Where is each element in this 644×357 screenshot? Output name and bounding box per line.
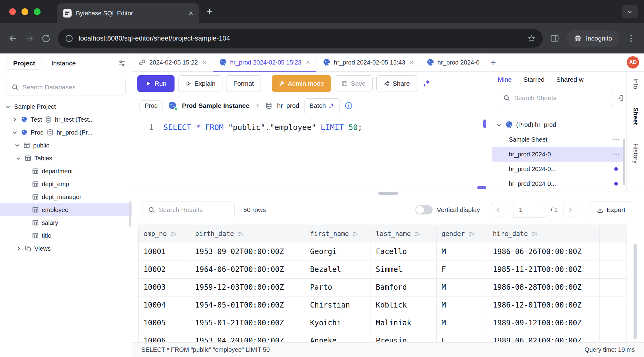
- avatar[interactable]: AD: [627, 56, 639, 69]
- table-cell[interactable]: 1953-09-02T00:00:00Z: [190, 243, 305, 261]
- export-button[interactable]: Export: [590, 202, 632, 218]
- sheet-item[interactable]: hr_prod 2024-0...: [492, 147, 624, 162]
- tree-item-salary[interactable]: salary: [0, 216, 132, 229]
- editor-tab-0[interactable]: 2024-02-05 15:22×: [132, 53, 213, 71]
- prev-page-button[interactable]: [491, 203, 505, 217]
- table-cell[interactable]: 1986-06-26T00:00:00Z: [488, 243, 600, 261]
- environment-badge[interactable]: Prod: [139, 100, 163, 111]
- sheets-scrollbar[interactable]: [623, 139, 625, 185]
- column-header-last_name[interactable]: last_name: [371, 225, 437, 243]
- close-tab-icon[interactable]: ×: [202, 58, 206, 67]
- address-bar[interactable]: localhost:8080/sql-editor/sheet/project-…: [58, 29, 543, 48]
- side-panel-icon[interactable]: [550, 33, 560, 43]
- table-cell[interactable]: 1985-11-21T00:00:00Z: [488, 261, 600, 278]
- close-tab-icon[interactable]: ×: [410, 58, 414, 67]
- database-name[interactable]: hr_prod: [277, 102, 299, 109]
- tree-item-employee[interactable]: employee: [0, 203, 132, 216]
- table-cell[interactable]: 1959-12-03T00:00:00Z: [190, 279, 305, 296]
- code-editor[interactable]: 1 SELECT * FROM "public"."employee" LIMI…: [132, 116, 489, 191]
- tree-item-views[interactable]: Views: [0, 242, 132, 255]
- tab-starred[interactable]: Starred: [524, 76, 545, 83]
- new-tab-button[interactable]: +: [206, 6, 213, 17]
- editor-tab-2[interactable]: hr_prod 2024-02-05 15:43×: [316, 53, 420, 71]
- sheet-item[interactable]: Sample Sheet: [492, 132, 624, 147]
- close-tab-icon[interactable]: ×: [189, 9, 193, 17]
- table-cell[interactable]: Facello: [371, 243, 437, 261]
- database-search-input[interactable]: [22, 84, 120, 91]
- table-cell[interactable]: Simmel: [371, 261, 437, 278]
- table-cell[interactable]: Kyoichi: [305, 314, 371, 332]
- table-cell[interactable]: 10003: [139, 279, 190, 296]
- sheet-item[interactable]: hr_prod 2024-0...: [492, 176, 624, 191]
- table-cell[interactable]: 1989-06-02T00:00:00Z: [488, 332, 600, 342]
- tab-list-button[interactable]: [622, 5, 638, 18]
- filter-icon[interactable]: [118, 59, 126, 67]
- site-info-icon[interactable]: [65, 34, 73, 42]
- tree-item-dept-manager[interactable]: dept_manager: [0, 190, 132, 203]
- table-row[interactable]: 100011953-09-02T00:00:00ZGeorgiFacelloM1…: [139, 243, 626, 261]
- tab-mine[interactable]: Mine: [498, 76, 512, 83]
- table-cell[interactable]: 1953-04-20T00:00:00Z: [190, 332, 305, 342]
- tab-instance[interactable]: Instance: [51, 60, 76, 67]
- table-cell[interactable]: M: [437, 243, 488, 261]
- column-header-first_name[interactable]: first_name: [305, 225, 371, 243]
- window-zoom-button[interactable]: [34, 8, 41, 15]
- table-row[interactable]: 100041954-05-01T00:00:00ZChirstianKoblic…: [139, 296, 626, 314]
- explain-button[interactable]: Explain: [178, 75, 223, 92]
- tree-item-department[interactable]: department: [0, 165, 132, 178]
- panel-tab-sheet[interactable]: Sheet: [632, 108, 639, 125]
- table-cell[interactable]: Preusig: [371, 332, 437, 342]
- sheet-item[interactable]: hr_prod 2024-0...: [492, 162, 624, 176]
- table-row[interactable]: 100061953-04-20T00:00:00ZAnnekePreusigF1…: [139, 332, 626, 342]
- table-cell[interactable]: Parto: [305, 279, 371, 296]
- column-header-hire_date[interactable]: hire_date: [488, 225, 600, 243]
- panel-splitter[interactable]: [132, 191, 644, 195]
- tree-item-dept-emp[interactable]: dept_emp: [0, 178, 132, 190]
- collapse-panel-icon[interactable]: [616, 94, 623, 102]
- table-cell[interactable]: Bezalel: [305, 261, 371, 278]
- editor-tab-3[interactable]: hr_prod 2024-0: [420, 53, 486, 71]
- table-cell[interactable]: 10004: [139, 296, 190, 314]
- save-button[interactable]: Save: [335, 75, 373, 92]
- results-scrollbar[interactable]: [634, 244, 637, 339]
- more-menu-icon[interactable]: [612, 136, 620, 143]
- window-close-button[interactable]: [9, 8, 16, 15]
- tree-item-test[interactable]: Testhr_test (Test...: [0, 113, 132, 126]
- table-cell[interactable]: 10005: [139, 314, 190, 332]
- tree-item-public[interactable]: public: [0, 139, 132, 152]
- batch-button[interactable]: Batch: [304, 98, 340, 113]
- table-cell[interactable]: Georgi: [305, 243, 371, 261]
- tree-item-sample-project[interactable]: Sample Project: [0, 100, 132, 113]
- menu-kebab-icon[interactable]: [626, 33, 636, 43]
- vertical-display-toggle[interactable]: [415, 205, 433, 214]
- table-cell[interactable]: 1954-05-01T00:00:00Z: [190, 296, 305, 314]
- page-number-input[interactable]: [513, 202, 545, 218]
- tab-project[interactable]: Project: [6, 57, 42, 70]
- sheet-group[interactable]: (Prod) hr_prod: [492, 117, 624, 132]
- table-cell[interactable]: Maliniak: [371, 314, 437, 332]
- next-page-button[interactable]: [563, 203, 577, 217]
- table-cell[interactable]: 1986-12-01T00:00:00Z: [488, 296, 600, 314]
- column-header-birth_date[interactable]: birth_date: [190, 225, 305, 243]
- table-cell[interactable]: Bamford: [371, 279, 437, 296]
- sidebar-scrollbar[interactable]: [129, 201, 131, 227]
- bookmark-star-icon[interactable]: [528, 34, 536, 42]
- table-cell[interactable]: 10006: [139, 332, 190, 342]
- info-icon[interactable]: [345, 102, 353, 110]
- sheets-search-input[interactable]: [514, 94, 608, 102]
- more-menu-icon[interactable]: [612, 151, 620, 158]
- table-cell[interactable]: 1964-06-02T00:00:00Z: [190, 261, 305, 278]
- tree-item-title[interactable]: title: [0, 229, 132, 242]
- results-search[interactable]: [143, 202, 235, 218]
- forward-icon[interactable]: [25, 33, 34, 43]
- column-header-emp_no[interactable]: emp_no: [139, 225, 190, 243]
- table-cell[interactable]: Chirstian: [305, 296, 371, 314]
- tree-item-prod[interactable]: Prodhr_prod (Pr...: [0, 126, 132, 139]
- editor-vertical-scrollbar[interactable]: [483, 120, 486, 128]
- editor-tab-1[interactable]: hr_prod 2024-02-05 15:23×: [213, 53, 316, 71]
- sheets-search[interactable]: [498, 90, 613, 106]
- ai-assistant-button[interactable]: [421, 79, 432, 88]
- format-button[interactable]: Format: [226, 75, 261, 92]
- table-cell[interactable]: F: [437, 261, 488, 278]
- table-cell[interactable]: 1955-01-21T00:00:00Z: [190, 314, 305, 332]
